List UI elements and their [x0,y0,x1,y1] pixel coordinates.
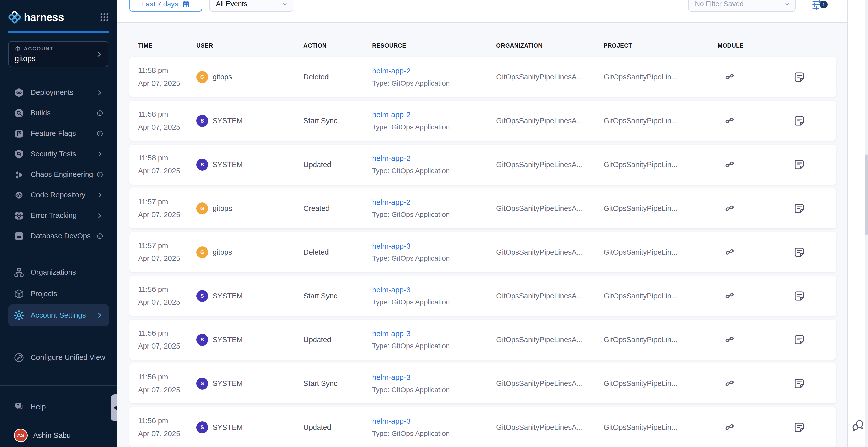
resource-link[interactable]: helm-app-3 [372,373,496,382]
user-avatar: S [196,421,208,433]
sidebar-collapse-handle[interactable] [111,394,117,421]
cell-project: GitOpsSanityPipeLin... [603,73,718,81]
sidebar-item-security-tests[interactable]: Security Tests [8,144,109,164]
sidebar-item-feature-flags[interactable]: Feature Flags [8,123,109,144]
audit-table-rows: 11:58 pmApr 07, 2025GgitopsDeletedhelm-a… [129,57,836,447]
sidebar-item-deployments[interactable]: Deployments [8,82,109,103]
resource-link[interactable]: helm-app-2 [372,154,496,163]
user-avatar: G [196,202,208,214]
resource-link[interactable]: helm-app-3 [372,417,496,425]
app-grid-icon[interactable] [99,12,109,22]
filter-panel-button[interactable]: 1 [811,0,834,12]
info-icon[interactable] [96,171,103,178]
support-chat-icon[interactable] [851,418,865,432]
cell-time: 11:56 pmApr 07, 2025 [138,417,196,438]
cell-user: Ggitops [196,246,304,258]
builds-icon [14,108,24,118]
cell-resource: helm-app-2Type: GitOps Application [372,154,496,175]
column-header-module: MODULE [718,42,794,49]
sidebar-item-configure-unified-view[interactable]: Configure Unified View [8,347,109,368]
resource-link[interactable]: helm-app-3 [372,242,496,250]
event-summary-icon[interactable] [794,203,805,214]
scrollbar-track[interactable] [865,0,868,447]
sidebar-user-profile[interactable]: AS Ashin Sabu [8,425,109,445]
sidebar-item-projects[interactable]: Projects [8,283,109,305]
sidebar-nav-secondary: Organizations Projects Account Settings [0,261,117,326]
sidebar-item-help[interactable]: ? Help [8,396,109,417]
cell-module [718,202,794,214]
cell-user: SSYSTEM [196,334,304,346]
user-avatar: S [196,115,208,127]
cell-resource: helm-app-3Type: GitOps Application [372,329,496,350]
audit-event-row[interactable]: 11:56 pmApr 07, 2025SSYSTEMStart Synchel… [129,363,836,404]
projects-icon [14,289,24,299]
user-name: SYSTEM [213,160,243,169]
cell-module [718,115,794,127]
account-name: gitops [15,54,102,63]
organizations-icon [14,267,24,278]
harness-logo-icon [8,11,21,24]
sidebar-item-database-devops[interactable]: Database DevOps [8,226,109,246]
info-icon[interactable] [96,109,103,117]
user-name: Ashin Sabu [33,431,71,440]
sidebar-item-label: Account Settings [31,311,86,319]
saved-filter-select[interactable]: No Filter Saved [688,0,796,12]
sidebar-item-code-repository[interactable]: Code Repository [8,185,109,205]
sidebar-item-organizations[interactable]: Organizations [8,261,109,283]
resource-link[interactable]: helm-app-2 [372,110,496,119]
event-summary-icon[interactable] [794,115,805,127]
cell-time: 11:57 pmApr 07, 2025 [138,242,196,263]
event-summary-icon[interactable] [794,247,805,258]
event-type-select[interactable]: All Events [209,0,293,12]
audit-event-row[interactable]: 11:58 pmApr 07, 2025SSYSTEMStart Synchel… [129,101,836,141]
info-icon[interactable] [96,130,103,137]
gitops-module-icon [724,421,736,433]
cell-organization: GitOpsSanityPipeLinesA... [496,160,603,169]
event-date: Apr 07, 2025 [138,167,196,175]
event-summary-icon[interactable] [794,71,805,83]
cell-organization: GitOpsSanityPipeLinesA... [496,117,603,125]
cell-organization: GitOpsSanityPipeLinesA... [496,248,603,256]
account-selector[interactable]: ACCOUNT gitops [8,41,108,67]
sidebar-item-error-tracking[interactable]: Error Tracking [8,205,109,226]
event-summary-icon[interactable] [794,159,805,170]
cell-module [718,246,794,258]
security-tests-icon [14,149,24,159]
audit-event-row[interactable]: 11:56 pmApr 07, 2025SSYSTEMStart Synchel… [129,276,836,316]
event-date: Apr 07, 2025 [138,298,196,307]
cell-event-summary [794,378,836,389]
event-summary-icon[interactable] [794,378,805,389]
date-range-button[interactable]: Last 7 days [129,0,203,12]
resource-link[interactable]: helm-app-3 [372,329,496,338]
resource-link[interactable]: helm-app-2 [372,198,496,206]
chevron-right-icon [96,192,103,199]
sidebar-nav-tertiary: Configure Unified View [0,347,117,368]
event-summary-icon[interactable] [794,422,805,433]
cell-module [718,333,794,346]
audit-event-row[interactable]: 11:56 pmApr 07, 2025SSYSTEMUpdatedhelm-a… [129,407,836,447]
cell-project: GitOpsSanityPipeLin... [603,117,718,125]
scrollbar-thumb[interactable] [865,154,868,235]
event-summary-icon[interactable] [794,334,805,346]
audit-event-row[interactable]: 11:56 pmApr 07, 2025SSYSTEMUpdatedhelm-a… [129,320,836,360]
event-time: 11:56 pm [138,329,196,338]
event-time: 11:56 pm [138,285,196,294]
sidebar-item-account-settings[interactable]: Account Settings [8,305,109,326]
event-date: Apr 07, 2025 [138,79,196,88]
event-summary-icon[interactable] [794,290,805,302]
sidebar-footer: ? Help AS Ashin Sabu [0,385,117,447]
audit-event-row[interactable]: 11:57 pmApr 07, 2025GgitopsDeletedhelm-a… [129,232,836,272]
event-date: Apr 07, 2025 [138,386,196,394]
audit-event-row[interactable]: 11:57 pmApr 07, 2025GgitopsCreatedhelm-a… [129,188,836,228]
sidebar-item-chaos-engineering[interactable]: Chaos Engineering [8,164,109,185]
resource-link[interactable]: helm-app-2 [372,67,496,75]
cell-module [718,290,794,302]
sidebar-item-builds[interactable]: Builds [8,103,109,123]
resource-link[interactable]: helm-app-3 [372,286,496,294]
cell-organization: GitOpsSanityPipeLinesA... [496,292,603,300]
info-icon[interactable] [96,233,103,240]
audit-event-row[interactable]: 11:58 pmApr 07, 2025GgitopsDeletedhelm-a… [129,57,836,97]
audit-event-row[interactable]: 11:58 pmApr 07, 2025SSYSTEMUpdatedhelm-a… [129,145,836,185]
cell-event-summary [794,115,836,127]
sidebar-item-label: Configure Unified View [31,353,105,362]
